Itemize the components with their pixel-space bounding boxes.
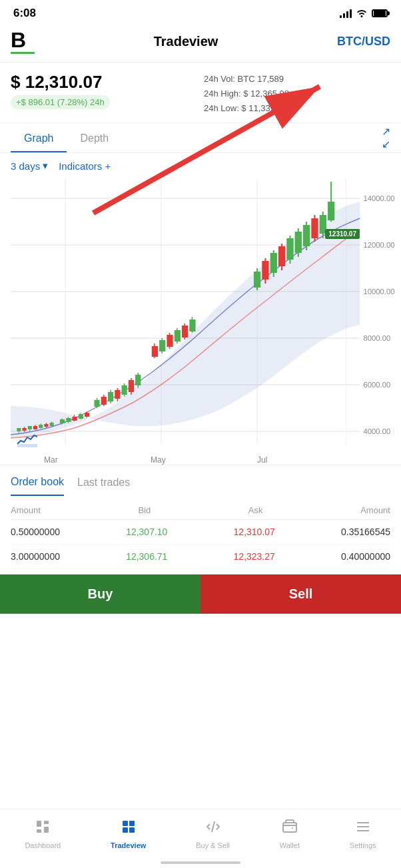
svg-text:14000.00: 14000.00 — [363, 194, 394, 202]
svg-rect-19 — [39, 425, 43, 428]
svg-text:4000.00: 4000.00 — [363, 427, 390, 435]
nav-buysell[interactable]: Buy & Sell — [185, 816, 240, 852]
svg-rect-86 — [17, 444, 37, 447]
nav-label-dashboard: Dashboard — [25, 841, 61, 849]
home-indicator — [161, 861, 240, 864]
svg-rect-75 — [311, 218, 318, 238]
current-price-label: 12310.07 — [325, 229, 360, 239]
svg-rect-23 — [50, 423, 54, 426]
svg-rect-79 — [328, 202, 334, 220]
svg-rect-65 — [270, 253, 277, 273]
order-table-header: Amount Bid Ask Amount — [11, 501, 390, 520]
tradeview-icon — [121, 819, 137, 839]
svg-rect-31 — [79, 414, 83, 419]
svg-rect-93 — [123, 821, 128, 826]
svg-rect-92 — [37, 829, 41, 833]
row1-amount2: 0.35166545 — [341, 527, 390, 537]
logo: B — [11, 29, 35, 54]
row2-bid: 12,306.71 — [126, 551, 167, 562]
svg-rect-35 — [94, 400, 99, 407]
svg-rect-47 — [135, 375, 141, 385]
svg-rect-51 — [159, 340, 165, 351]
period-selector[interactable]: 3 days ▾ — [11, 160, 48, 172]
svg-rect-33 — [85, 413, 89, 417]
price-change: +$ 896.01 (7.28%) 24h — [11, 95, 110, 109]
expand-icon[interactable]: ↗↙ — [382, 125, 390, 150]
svg-rect-55 — [175, 330, 181, 341]
col-bid: Bid — [138, 505, 151, 515]
svg-rect-41 — [115, 390, 120, 399]
row2-amount: 3.00000000 — [11, 551, 60, 562]
nav-settings[interactable]: Settings — [339, 816, 387, 852]
svg-rect-43 — [122, 385, 127, 395]
svg-rect-29 — [73, 417, 77, 421]
status-time: 6:08 — [13, 7, 36, 20]
svg-rect-53 — [167, 335, 173, 347]
nav-wallet[interactable]: Wallet — [269, 816, 310, 852]
x-axis-may: May — [151, 455, 166, 465]
svg-text:8000.00: 8000.00 — [363, 334, 390, 342]
logo-underline — [11, 52, 35, 54]
svg-rect-45 — [129, 380, 134, 392]
svg-rect-61 — [254, 272, 260, 288]
col-amount: Amount — [11, 505, 41, 515]
svg-rect-94 — [129, 821, 135, 826]
svg-rect-69 — [286, 238, 293, 260]
svg-rect-90 — [44, 821, 49, 824]
svg-text:10000.00: 10000.00 — [363, 288, 394, 296]
trading-pair[interactable]: BTC/USD — [337, 35, 390, 49]
svg-rect-57 — [182, 326, 188, 337]
svg-rect-15 — [28, 426, 32, 429]
chart-area: 14000.00 12000.00 10000.00 8000.00 6000.… — [11, 178, 401, 465]
svg-rect-97 — [283, 823, 296, 832]
nav-tradeview[interactable]: Tradeview — [100, 816, 157, 852]
col-amount2: Amount — [360, 505, 390, 515]
price-stats: 24h Vol: BTC 17,589 24h High: $ 12,365.9… — [197, 72, 390, 116]
svg-rect-63 — [262, 261, 268, 280]
table-row: 0.50000000 12,307.10 12,310.07 0.3516654… — [11, 520, 390, 544]
status-icons — [340, 8, 388, 19]
x-axis-mar: Mar — [44, 455, 58, 465]
chevron-down-icon: ▾ — [43, 160, 48, 172]
nav-label-settings: Settings — [350, 841, 376, 849]
buysell-icon — [205, 819, 221, 839]
svg-rect-67 — [278, 246, 285, 266]
price-section: $ 12,310.07 +$ 896.01 (7.28%) 24h 24h Vo… — [0, 63, 401, 123]
wallet-icon — [282, 819, 298, 839]
x-axis-jul: Jul — [257, 455, 267, 465]
chart-tabs: Graph Depth ↗↙ — [0, 123, 401, 153]
tab-graph[interactable]: Graph — [11, 123, 67, 152]
candlestick-chart: 14000.00 12000.00 10000.00 8000.00 6000.… — [11, 178, 401, 465]
svg-rect-27 — [66, 418, 71, 422]
svg-rect-17 — [33, 426, 37, 429]
page-title: Tradeview — [154, 34, 218, 49]
svg-rect-13 — [22, 428, 26, 431]
sell-button[interactable]: Sell — [200, 574, 401, 614]
nav-label-buysell: Buy & Sell — [196, 841, 230, 849]
tab-depth[interactable]: Depth — [67, 123, 122, 152]
svg-rect-59 — [189, 320, 195, 331]
svg-rect-89 — [37, 821, 41, 827]
settings-icon — [355, 819, 371, 839]
order-book-tabs: Order book Last trades — [0, 465, 401, 496]
tab-orderbook[interactable]: Order book — [11, 476, 64, 496]
row2-ask: 12,323.27 — [234, 551, 275, 562]
row1-bid: 12,307.10 — [126, 527, 167, 537]
indicators-button[interactable]: Indicators + — [59, 160, 111, 172]
dashboard-icon — [35, 819, 51, 839]
svg-text:6000.00: 6000.00 — [363, 381, 390, 389]
high-stat: 24h High: $ 12,365.98 — [204, 87, 390, 101]
signal-icon — [340, 9, 352, 18]
chart-logo-icon — [17, 434, 37, 450]
svg-rect-71 — [295, 232, 302, 253]
action-buttons: Buy Sell — [0, 574, 401, 614]
price-left: $ 12,310.07 +$ 896.01 (7.28%) 24h — [11, 72, 197, 116]
tab-lasttrades[interactable]: Last trades — [77, 477, 130, 495]
nav-dashboard[interactable]: Dashboard — [14, 816, 71, 852]
row2-amount2: 0.40000000 — [341, 551, 390, 562]
nav-label-wallet: Wallet — [280, 841, 300, 849]
svg-rect-25 — [60, 419, 65, 423]
svg-rect-37 — [101, 397, 107, 405]
bottom-nav: Dashboard Tradeview Buy & Sell — [0, 809, 401, 868]
buy-button[interactable]: Buy — [0, 574, 200, 614]
